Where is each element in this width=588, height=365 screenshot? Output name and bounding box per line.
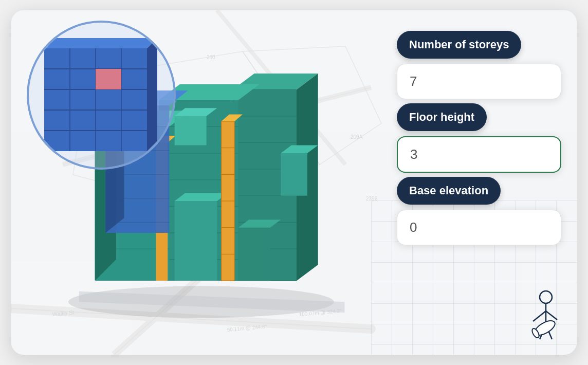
svg-rect-73 (29, 23, 176, 170)
svg-line-87 (533, 311, 546, 321)
storeys-label: Number of storeys (397, 31, 521, 59)
controls-panel: Number of storeys Floor height Base elev… (397, 31, 561, 249)
svg-rect-70 (281, 153, 307, 196)
storeys-input[interactable] (410, 74, 548, 89)
storeys-control-group: Number of storeys (397, 31, 561, 99)
floor-height-input-wrapper[interactable] (397, 136, 561, 173)
main-scene: Wallie St 100.07m @ 324.2° 50.11m @ 244.… (11, 10, 577, 355)
base-elevation-label: Base elevation (397, 177, 501, 205)
base-elevation-input[interactable] (410, 220, 548, 235)
floor-height-control-group: Floor height (397, 103, 561, 173)
storeys-input-wrapper[interactable] (397, 64, 561, 99)
zoom-circle (27, 21, 176, 170)
floor-height-input[interactable] (410, 147, 548, 162)
svg-point-85 (540, 291, 552, 303)
base-elevation-control-group: Base elevation (397, 177, 561, 245)
base-elevation-input-wrapper[interactable] (397, 210, 561, 245)
floor-height-label: Floor height (397, 103, 487, 131)
svg-rect-47 (238, 228, 270, 281)
architect-figure (525, 288, 566, 350)
svg-rect-74 (44, 48, 147, 151)
svg-rect-82 (96, 69, 121, 89)
svg-line-88 (546, 311, 557, 320)
svg-rect-68 (175, 116, 207, 145)
svg-marker-84 (147, 38, 157, 151)
svg-marker-83 (44, 38, 157, 48)
svg-rect-45 (175, 201, 217, 281)
